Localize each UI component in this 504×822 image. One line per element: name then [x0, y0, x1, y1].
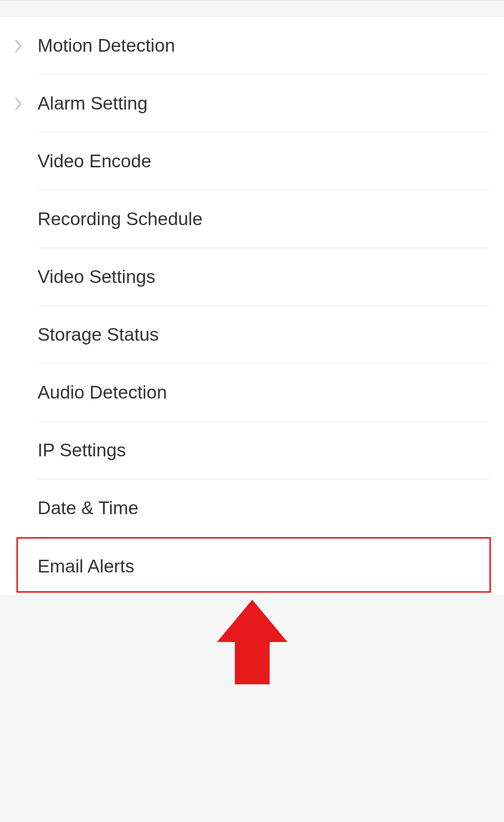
menu-item-label: Audio Detection: [38, 382, 167, 403]
chevron-right-icon: [14, 97, 38, 110]
menu-item-label: Recording Schedule: [38, 209, 202, 229]
menu-item-audio-detection[interactable]: Audio Detection: [0, 364, 504, 422]
menu-item-motion-detection[interactable]: Motion Detection: [0, 17, 504, 75]
menu-item-label: Motion Detection: [38, 35, 175, 56]
menu-item-ip-settings[interactable]: IP Settings: [0, 422, 504, 479]
menu-item-alarm-setting[interactable]: Alarm Setting: [0, 75, 504, 133]
settings-menu-list: Motion Detection Alarm Setting Video Enc…: [0, 17, 504, 595]
bottom-region: [0, 595, 504, 767]
menu-item-video-encode[interactable]: Video Encode: [0, 133, 504, 190]
menu-item-label: Video Settings: [38, 266, 155, 287]
menu-item-label: Email Alerts: [38, 556, 134, 577]
menu-item-date-time[interactable]: Date & Time: [0, 479, 504, 537]
menu-item-label: Alarm Setting: [38, 93, 147, 114]
top-spacer: [0, 0, 504, 17]
menu-item-label: Date & Time: [38, 498, 139, 518]
menu-item-label: Video Encode: [38, 151, 151, 172]
menu-item-label: IP Settings: [38, 440, 126, 461]
chevron-right-icon: [14, 39, 38, 53]
menu-item-email-alerts[interactable]: Email Alerts: [0, 537, 504, 595]
annotation-arrow-up-icon: [217, 600, 287, 684]
menu-item-video-settings[interactable]: Video Settings: [0, 248, 504, 306]
menu-item-storage-status[interactable]: Storage Status: [0, 306, 504, 364]
menu-item-label: Storage Status: [38, 324, 159, 345]
menu-item-recording-schedule[interactable]: Recording Schedule: [0, 190, 504, 248]
